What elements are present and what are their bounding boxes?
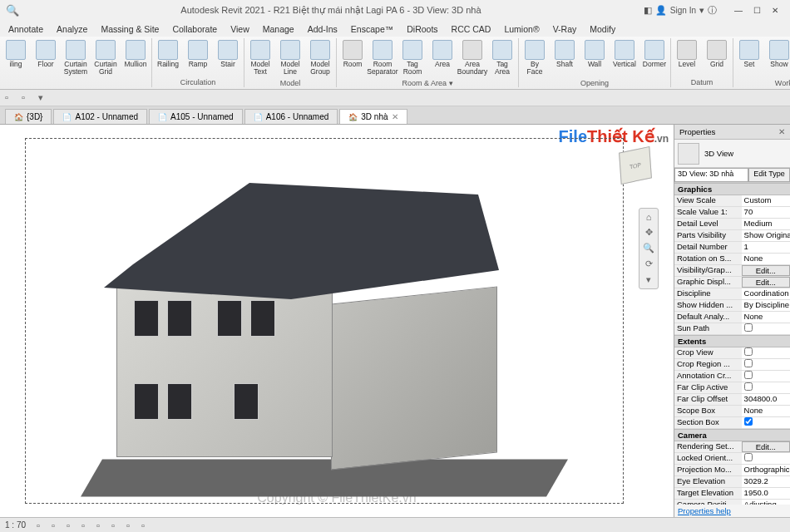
close-button[interactable]: ✕ (767, 3, 783, 17)
property-value[interactable]: Custom (742, 195, 790, 206)
document-tab[interactable]: 📄A102 - Unnamed (53, 109, 147, 124)
config-icon[interactable]: ▾ (646, 274, 651, 285)
property-value[interactable]: Edit... (742, 277, 790, 288)
ribbon-tool[interactable]: Show (765, 38, 790, 78)
property-value[interactable]: By Discipline (742, 300, 790, 311)
ribbon-tool[interactable]: Ramp (184, 38, 212, 77)
document-tab[interactable]: 🏠3D nhà✕ (339, 109, 407, 124)
ribbon-tool[interactable]: iling (2, 38, 30, 86)
property-value[interactable]: 304800.0 (742, 394, 790, 405)
property-value[interactable] (742, 453, 790, 464)
property-value[interactable]: Medium (742, 219, 790, 229)
property-value[interactable]: None (742, 254, 790, 264)
ribbon-tool[interactable]: ByFace (521, 38, 549, 78)
property-checkbox[interactable] (744, 417, 753, 426)
zoom-icon[interactable]: 🔍 (643, 243, 654, 254)
ribbon-tool[interactable]: CurtainSystem (62, 38, 90, 86)
ribbon-tool[interactable]: ModelLine (276, 38, 304, 78)
close-tab-icon[interactable]: ✕ (392, 112, 398, 121)
document-tab[interactable]: 🏠{3D} (5, 109, 52, 124)
ribbon-tool[interactable]: Grid (703, 38, 731, 77)
property-section-header[interactable]: Camera (674, 429, 790, 441)
property-value[interactable] (742, 382, 790, 393)
property-value[interactable] (742, 371, 790, 382)
viewcube[interactable]: TOP (612, 145, 659, 191)
document-tab[interactable]: 📄A105 - Unnamed (149, 109, 243, 124)
ribbon-tab[interactable]: Manage (256, 22, 301, 37)
property-value[interactable]: 3029.2 (742, 476, 790, 487)
ribbon-tool[interactable]: Railing (154, 38, 182, 77)
qat-dropdown-icon[interactable]: ▾ (38, 92, 50, 104)
property-checkbox[interactable] (744, 371, 753, 379)
ribbon-tab[interactable]: Modify (583, 22, 622, 37)
property-value[interactable]: 70 (742, 207, 790, 218)
property-checkbox[interactable] (744, 382, 753, 391)
scale-label[interactable]: 1 : 70 (5, 520, 26, 530)
info-icon[interactable]: ⓘ (708, 4, 717, 17)
ribbon-tool[interactable]: Set (735, 38, 763, 78)
ribbon-tab[interactable]: Annotate (2, 22, 50, 37)
navigation-bar[interactable]: ⌂ ✥ 🔍 ⟳ ▾ (639, 208, 659, 289)
status-icon[interactable]: ▫ (122, 520, 134, 531)
ribbon-tool[interactable]: RoomSeparator (368, 38, 397, 78)
type-selector[interactable]: 3D View: 3D nhà (674, 168, 748, 182)
ribbon-tool[interactable]: Shaft (551, 38, 579, 78)
ribbon-tab[interactable]: View (224, 22, 256, 37)
property-checkbox[interactable] (744, 453, 753, 461)
property-checkbox[interactable] (744, 347, 753, 356)
ribbon-tool[interactable]: ModelGroup (306, 38, 334, 78)
ribbon-tab[interactable]: Analyze (50, 22, 94, 37)
status-icon[interactable]: ▫ (77, 520, 89, 531)
ribbon-tool[interactable]: Level (673, 38, 701, 77)
ribbon-tool[interactable]: Area (428, 38, 457, 78)
home-icon[interactable]: ⌂ (646, 212, 652, 222)
property-checkbox[interactable] (744, 359, 753, 367)
edit-type-button[interactable]: Edit Type (748, 168, 790, 182)
pan-icon[interactable]: ✥ (645, 227, 653, 238)
property-value[interactable]: Edit... (742, 441, 790, 452)
property-value[interactable]: Orthographic (742, 465, 790, 475)
status-icon[interactable]: ▫ (137, 520, 149, 531)
qat-icon[interactable]: ▫ (5, 92, 17, 104)
search-icon[interactable]: 🔍 (7, 4, 18, 16)
property-value[interactable]: Edit... (742, 265, 790, 276)
minimize-button[interactable]: — (730, 3, 747, 17)
properties-help-link[interactable]: Properties help (674, 505, 790, 517)
ribbon-tool[interactable]: AreaBoundary (458, 38, 486, 78)
status-icon[interactable]: ▫ (107, 520, 119, 531)
orbit-icon[interactable]: ⟳ (645, 259, 653, 269)
ribbon-tool[interactable]: CurtainGrid (91, 38, 120, 86)
help-icon[interactable]: ▾ (699, 5, 704, 16)
recent-icon[interactable]: ◧ (644, 5, 652, 16)
ribbon-tool[interactable]: Floor (32, 38, 60, 86)
signin-label[interactable]: Sign In (670, 6, 696, 15)
ribbon-tool[interactable]: Mullion (121, 38, 150, 86)
ribbon-tab[interactable]: Massing & Site (94, 22, 165, 37)
ribbon-tab[interactable]: RCC CAD (445, 22, 498, 37)
ribbon-tab[interactable]: V-Ray (546, 22, 584, 37)
ribbon-tool[interactable]: TagRoom (398, 38, 427, 78)
property-section-header[interactable]: Graphics (674, 183, 790, 195)
ribbon-tab[interactable]: Lumion® (497, 22, 546, 37)
property-value[interactable]: Coordination (742, 288, 790, 299)
property-value[interactable]: None (742, 406, 790, 416)
properties-type[interactable]: 3D View (674, 140, 790, 168)
property-value[interactable] (742, 359, 790, 370)
viewport[interactable]: FileThiết Kế.vn TOP ⌂ ✥ 🔍 ⟳ ▾ Cop (0, 125, 674, 517)
status-icon[interactable]: ▫ (92, 520, 104, 531)
ribbon-tool[interactable]: TagArea (488, 38, 516, 78)
property-value[interactable]: Show Original (742, 230, 790, 241)
status-icon[interactable]: ▫ (62, 520, 74, 531)
property-checkbox[interactable] (744, 323, 753, 332)
document-tab[interactable]: 📄A106 - Unnamed (244, 109, 338, 124)
ribbon-tab[interactable]: Add-Ins (301, 22, 344, 37)
property-value[interactable]: None (742, 312, 790, 323)
ribbon-tab[interactable]: Collaborate (165, 22, 224, 37)
property-value[interactable]: 1 (742, 242, 790, 253)
property-value[interactable] (742, 323, 790, 334)
close-icon[interactable]: ✕ (778, 127, 785, 136)
property-section-header[interactable]: Extents (674, 335, 790, 347)
qat-icon[interactable]: ▫ (22, 92, 33, 104)
ribbon-tool[interactable]: Wall (580, 38, 609, 78)
ribbon-tool[interactable]: Vertical (610, 38, 639, 78)
